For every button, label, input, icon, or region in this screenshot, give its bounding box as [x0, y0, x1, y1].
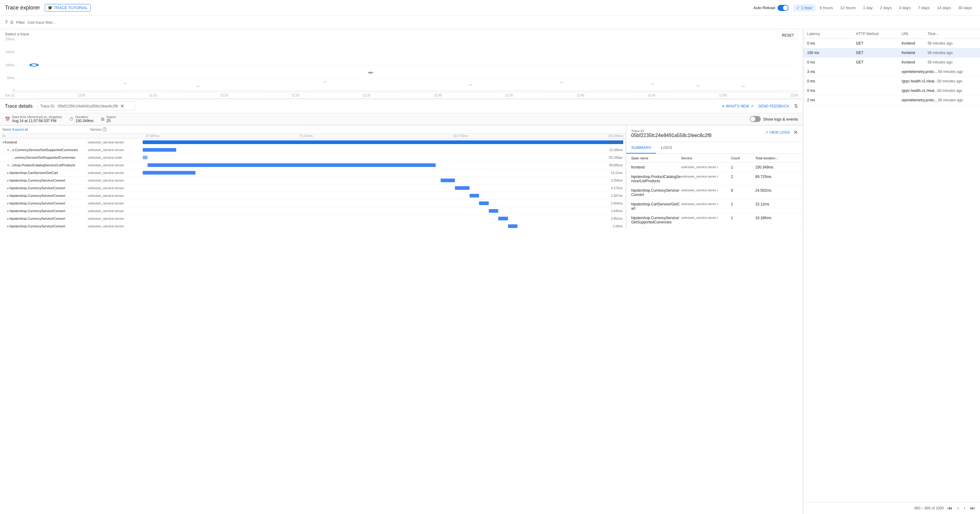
span-chevron[interactable]: ▾	[7, 148, 9, 152]
last-page-button[interactable]: ⏭	[969, 505, 976, 512]
span-row[interactable]: ▸ hipstershop.CurrencyService/Convert un…	[0, 184, 626, 192]
view-logs-button[interactable]: ↗ VIEW LOGS	[765, 130, 790, 135]
summary-count: 9	[731, 188, 755, 193]
trace-row[interactable]: 0 ms GET frontend 58 minutes ago	[803, 39, 980, 48]
span-name: ▸ hipstershop.CurrencyService/Convert	[2, 224, 88, 228]
trace-row[interactable]: 2 ms opentelemetry.proto.... 58 minutes …	[803, 96, 980, 105]
span-row[interactable]: ▾ frontend unknown_service:server 150.34…	[0, 139, 626, 146]
spans-icon: ⊞	[101, 117, 105, 121]
summary-col-span: Span name	[631, 156, 681, 160]
col-name-header: Name Expand all	[2, 128, 88, 131]
close-detail-panel-button[interactable]: ✕	[793, 129, 798, 136]
time-btn-7days[interactable]: 7 days	[915, 4, 933, 11]
tab-summary[interactable]: SUMMARY	[626, 142, 656, 153]
span-chevron[interactable]: ▸	[7, 187, 9, 190]
summary-count: 1	[731, 216, 755, 220]
span-row[interactable]: ▸ hipstershop.CurrencyService/Convert un…	[0, 215, 626, 222]
trace-latency: 2 ms	[807, 98, 856, 102]
summary-service: unknown_service:serve r	[681, 165, 731, 169]
svg-point-10	[469, 84, 473, 85]
span-chevron[interactable]: ▸	[7, 209, 9, 213]
svg-point-6	[123, 83, 127, 84]
tab-logs[interactable]: LOGS	[656, 142, 677, 153]
service-info-icon[interactable]: ?	[102, 127, 107, 132]
time-btn-30days[interactable]: 30 days	[955, 4, 975, 11]
prev-page-button[interactable]: ‹	[956, 505, 960, 512]
span-row[interactable]: ▸ hipstershop.CurrencyService/Convert un…	[0, 200, 626, 207]
summary-duration: 150.349ms	[755, 165, 798, 169]
time-btn-6hours[interactable]: 6 hours	[816, 4, 836, 11]
span-chevron[interactable]: ▾	[2, 141, 4, 144]
pagination-range: 960 – 966 of 1000	[915, 506, 944, 510]
span-chevron[interactable]: ▸	[7, 179, 9, 182]
trace-method	[856, 88, 902, 93]
time-btn-2days[interactable]: 2 days	[877, 4, 895, 11]
filterbar: ? ☰ Filter	[0, 16, 980, 29]
send-feedback-button[interactable]: SEND FEEDBACK	[758, 104, 789, 109]
next-page-button[interactable]: ›	[963, 505, 967, 512]
span-row[interactable]: ▾ ...o.CurrencyService/GetSupportedCurre…	[0, 146, 626, 154]
filter-input[interactable]	[27, 20, 975, 25]
detail-content: Span name Service Count Total duration ↓…	[626, 154, 803, 229]
span-row[interactable]: ...urrencyService/GetSupportedCurrencies…	[0, 154, 626, 161]
left-panel: Select a trace RESET 200ms 150ms 100ms 5…	[0, 29, 803, 514]
app-title: Trace explorer	[5, 5, 40, 11]
show-logs-label: Show logs & events	[763, 117, 798, 121]
span-chevron[interactable]: ▾	[7, 164, 9, 167]
summary-row: frontend unknown_service:serve r 1 150.3…	[626, 163, 803, 172]
span-bar	[508, 224, 518, 228]
span-chevron[interactable]: ▸	[7, 225, 9, 228]
trace-latency: 0 ms	[807, 79, 856, 83]
show-logs-toggle[interactable]	[750, 116, 761, 122]
whats-new-button[interactable]: ✦ WHAT'S NEW ↗	[722, 104, 753, 109]
span-chevron[interactable]: ▸	[7, 171, 9, 175]
th-time[interactable]: Time ↓	[928, 32, 976, 36]
span-row[interactable]: ▸ hipstershop.CurrencyService/Convert un…	[0, 192, 626, 200]
start-time-label: Start time (America/Los_Angeles)	[12, 115, 62, 119]
tutorial-badge[interactable]: 🎓 TRACE TUTORIAL	[45, 4, 90, 11]
spans-left-panel: Name Expand all Service ? 0s 37.587ms 75…	[0, 125, 626, 229]
span-bar	[489, 209, 498, 213]
time-btn-1day[interactable]: 1 day	[860, 4, 876, 11]
auto-reload-toggle[interactable]	[778, 5, 789, 11]
y-label-0: 0	[13, 89, 14, 93]
span-service: unknown_service:server	[88, 201, 143, 205]
first-page-button[interactable]: ⏮	[946, 505, 953, 512]
trace-row[interactable]: 150 ms GET frontend 58 minutes ago	[803, 48, 980, 58]
expand-icon[interactable]: ⇅	[794, 103, 798, 109]
spans-label: Spans	[107, 115, 116, 119]
topbar: Trace explorer 🎓 TRACE TUTORIAL Auto Rel…	[0, 0, 980, 16]
span-row[interactable]: ▸ hipstershop.CurrencyService/Convert un…	[0, 207, 626, 215]
clear-trace-id-button[interactable]: ✕	[120, 103, 124, 109]
summary-count: 1	[731, 165, 755, 169]
trace-row[interactable]: 0 ms GET frontend 58 minutes ago	[803, 58, 980, 67]
span-chevron[interactable]: ▸	[7, 202, 9, 205]
time-btn-14days[interactable]: 14 days	[934, 4, 954, 11]
span-timeline: 2.28ms	[143, 223, 623, 229]
trace-row[interactable]: 3 ms opentelemetry.proto.... 58 minutes …	[803, 67, 980, 77]
trace-row[interactable]: 0 ms /grpc.health.v1.Heal... 58 minutes …	[803, 77, 980, 86]
time-btn-4days[interactable]: 4 days	[896, 4, 913, 11]
span-duration: 2.287ms	[611, 194, 623, 198]
span-bar	[498, 217, 508, 220]
time-btn-12hours[interactable]: 12 hours	[837, 4, 859, 11]
span-service: unknown_service:server	[88, 209, 143, 213]
trace-method: GET	[856, 60, 902, 64]
trace-rows-container: 0 ms GET frontend 58 minutes ago 150 ms …	[803, 39, 980, 105]
span-chevron[interactable]: ▸	[7, 217, 9, 220]
span-row[interactable]: ▸ hipstershop.CurrencyService/Convert un…	[0, 222, 626, 229]
span-chevron[interactable]: ▸	[7, 194, 9, 198]
span-row[interactable]: ▾ ...rshop.ProductCatalogService/ListPro…	[0, 161, 626, 169]
span-row[interactable]: ▸ hipstershop.CartService/GetCart unknow…	[0, 169, 626, 177]
help-icon[interactable]: ?	[5, 20, 8, 26]
time-btn-1hour[interactable]: 1 hour	[793, 4, 815, 11]
chart-canvas[interactable]: 200ms 150ms 100ms 50ms 0	[5, 38, 798, 99]
duration-value: 150.349ms	[75, 119, 93, 123]
trace-details-header: Trace details Trace ID: 05bf2235fc24e849…	[0, 99, 803, 113]
trace-row[interactable]: 0 ms /grpc.health.v1.Heal... 58 minutes …	[803, 86, 980, 96]
auto-reload-section: Auto Reload	[753, 5, 789, 11]
span-name: ▸ hipstershop.CurrencyService/Convert	[2, 194, 88, 198]
trace-latency: 3 ms	[807, 70, 856, 74]
expand-all-button[interactable]: Expand all	[12, 128, 28, 131]
span-row[interactable]: ▸ hipstershop.CurrencyService/Convert un…	[0, 177, 626, 184]
